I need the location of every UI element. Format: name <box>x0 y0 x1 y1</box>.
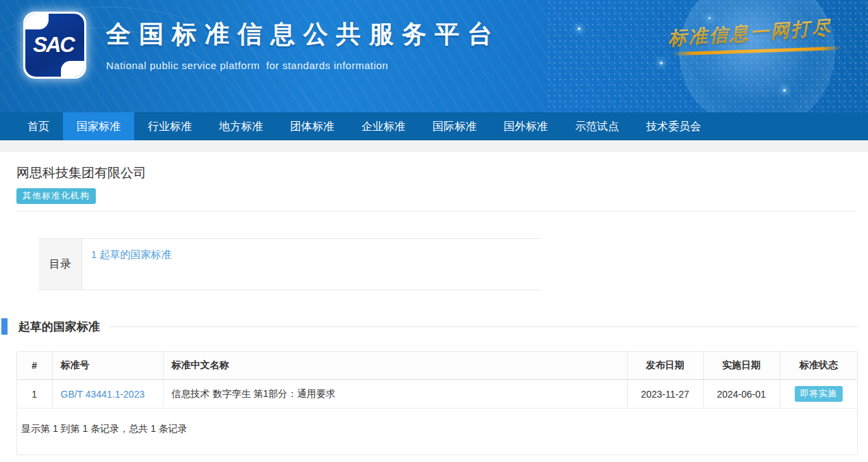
cell-name-cn: 信息技术 数字孪生 第1部分：通用要求 <box>163 380 627 409</box>
standards-table: # 标准号 标准中文名称 发布日期 实施日期 标准状态 1 GB/T 43441… <box>17 352 857 409</box>
site-header: SAC 全国标准信息公共服务平台 National public service… <box>0 0 868 112</box>
main-nav: 首页 国家标准 行业标准 地方标准 团体标准 企业标准 国际标准 国外标准 示范… <box>0 112 868 140</box>
cell-publish-date: 2023-11-27 <box>627 380 703 409</box>
nav-item-national-standards[interactable]: 国家标准 <box>63 112 134 140</box>
sparkle-dot <box>660 62 663 64</box>
cell-status: 即将实施 <box>780 380 857 409</box>
main-content: 网思科技集团有限公司 其他标准化机构 目录 1 起草的国家标准 起草的国家标准 <box>0 164 868 455</box>
cell-standard-no: GB/T 43441.1-2023 <box>52 380 163 409</box>
background-strip <box>0 140 868 152</box>
column-header-standard-no: 标准号 <box>52 352 163 380</box>
sparkle-dot <box>709 17 711 19</box>
nav-item-foreign-standards[interactable]: 国外标准 <box>490 112 561 140</box>
nav-item-pilot-demo[interactable]: 示范试点 <box>561 112 633 140</box>
nav-item-home[interactable]: 首页 <box>14 112 63 140</box>
site-title: 全国标准信息公共服务平台 <box>106 18 500 51</box>
standard-no-link[interactable]: GB/T 43441.1-2023 <box>61 389 145 400</box>
section-title: 起草的国家标准 <box>18 319 100 335</box>
nav-item-group-standards[interactable]: 团体标准 <box>277 112 348 140</box>
toc-link-drafted-standards[interactable]: 1 起草的国家标准 <box>91 248 172 260</box>
nav-item-technical-committee[interactable]: 技术委员会 <box>633 112 715 140</box>
cell-implement-date: 2024-06-01 <box>703 380 780 409</box>
nav-item-international-standards[interactable]: 国际标准 <box>419 112 490 140</box>
section-rule-line <box>110 326 858 327</box>
cell-index: 1 <box>17 380 52 409</box>
sac-logo[interactable]: SAC <box>23 12 86 79</box>
divider <box>16 211 858 211</box>
site-subtitle: National public service platform for sta… <box>106 60 500 71</box>
table-header-row: # 标准号 标准中文名称 发布日期 实施日期 标准状态 <box>17 352 857 380</box>
section-accent-bar <box>1 318 8 335</box>
sparkle-dot <box>783 89 786 92</box>
standards-table-panel: # 标准号 标准中文名称 发布日期 实施日期 标准状态 1 GB/T 43441… <box>16 351 858 455</box>
company-name: 网思科技集团有限公司 <box>16 164 868 182</box>
column-header-name-cn: 标准中文名称 <box>163 352 627 380</box>
table-row: 1 GB/T 43441.1-2023 信息技术 数字孪生 第1部分：通用要求 … <box>17 380 857 409</box>
toc-label: 目录 <box>39 239 82 290</box>
column-header-implement-date: 实施日期 <box>703 352 780 380</box>
nav-item-enterprise-standards[interactable]: 企业标准 <box>348 112 419 140</box>
toc-links: 1 起草的国家标准 <box>82 239 541 290</box>
org-type-badge: 其他标准化机构 <box>16 188 96 204</box>
column-header-publish-date: 发布日期 <box>627 352 703 380</box>
nav-item-industry-standards[interactable]: 行业标准 <box>134 112 205 140</box>
status-badge: 即将实施 <box>795 386 843 402</box>
records-info: 显示第 1 到第 1 条记录，总共 1 条记录 <box>17 409 857 454</box>
column-header-status: 标准状态 <box>780 352 857 380</box>
toc-box: 目录 1 起草的国家标准 <box>39 238 541 290</box>
sac-logo-text: SAC <box>23 12 86 79</box>
column-header-index: # <box>17 352 52 380</box>
page: SAC 全国标准信息公共服务平台 National public service… <box>0 0 868 462</box>
section-header: 起草的国家标准 <box>1 318 868 335</box>
title-block: 全国标准信息公共服务平台 National public service pla… <box>106 18 500 71</box>
sparkle-dot <box>578 27 580 30</box>
nav-item-local-standards[interactable]: 地方标准 <box>205 112 277 140</box>
